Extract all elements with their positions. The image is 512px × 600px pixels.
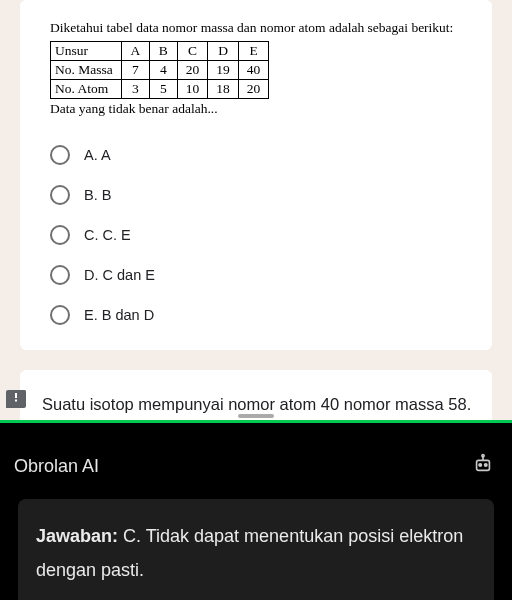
table-row: No. Atom 3 5 10 18 20 bbox=[51, 80, 269, 99]
svg-rect-1 bbox=[15, 400, 17, 402]
ai-chat-panel: Obrolan AI Jawaban: C. Tidak dapat menen… bbox=[0, 420, 512, 600]
drag-handle[interactable] bbox=[238, 414, 274, 418]
table-cell: 4 bbox=[149, 61, 177, 80]
data-table: Unsur A B C D E No. Massa 7 4 20 19 40 N… bbox=[50, 41, 269, 99]
svg-point-4 bbox=[485, 464, 487, 466]
table-cell: D bbox=[208, 42, 239, 61]
question-prompt: Diketahui tabel data nomor massa dan nom… bbox=[50, 20, 482, 36]
svg-rect-0 bbox=[15, 393, 17, 398]
table-cell: 3 bbox=[121, 80, 149, 99]
option-c[interactable]: C. C. E bbox=[30, 215, 482, 255]
option-a[interactable]: A. A bbox=[30, 135, 482, 175]
table-cell: 19 bbox=[208, 61, 239, 80]
table-cell: No. Massa bbox=[51, 61, 122, 80]
option-label: D. C dan E bbox=[84, 267, 155, 283]
option-d[interactable]: D. C dan E bbox=[30, 255, 482, 295]
ai-panel-title: Obrolan AI bbox=[14, 456, 99, 477]
table-cell: A bbox=[121, 42, 149, 61]
option-label: A. A bbox=[84, 147, 111, 163]
radio-icon bbox=[50, 265, 70, 285]
table-row: Unsur A B C D E bbox=[51, 42, 269, 61]
ai-panel-header: Obrolan AI bbox=[0, 423, 512, 493]
option-label: E. B dan D bbox=[84, 307, 154, 323]
table-row: No. Massa 7 4 20 19 40 bbox=[51, 61, 269, 80]
table-cell: 18 bbox=[208, 80, 239, 99]
table-cell: 20 bbox=[177, 61, 208, 80]
table-cell: C bbox=[177, 42, 208, 61]
table-cell: No. Atom bbox=[51, 80, 122, 99]
option-label: C. C. E bbox=[84, 227, 131, 243]
question-footer: Data yang tidak benar adalah... bbox=[50, 101, 482, 117]
table-cell: 40 bbox=[238, 61, 269, 80]
radio-icon bbox=[50, 225, 70, 245]
table-cell: 5 bbox=[149, 80, 177, 99]
table-cell: B bbox=[149, 42, 177, 61]
ai-answer-text: Jawaban: C. Tidak dapat menentukan posis… bbox=[36, 519, 476, 587]
ai-answer-card: Jawaban: C. Tidak dapat menentukan posis… bbox=[18, 499, 494, 600]
radio-icon bbox=[50, 185, 70, 205]
table-cell: E bbox=[238, 42, 269, 61]
radio-icon bbox=[50, 145, 70, 165]
table-cell: 20 bbox=[238, 80, 269, 99]
option-b[interactable]: B. B bbox=[30, 175, 482, 215]
radio-icon bbox=[50, 305, 70, 325]
table-cell: 10 bbox=[177, 80, 208, 99]
option-e[interactable]: E. B dan D bbox=[30, 295, 482, 335]
feedback-icon[interactable] bbox=[6, 390, 26, 408]
svg-point-3 bbox=[479, 464, 481, 466]
table-cell: 7 bbox=[121, 61, 149, 80]
table-cell: Unsur bbox=[51, 42, 122, 61]
question-card-1: Diketahui tabel data nomor massa dan nom… bbox=[20, 0, 492, 350]
robot-icon[interactable] bbox=[472, 453, 494, 479]
option-label: B. B bbox=[84, 187, 111, 203]
svg-point-6 bbox=[482, 455, 484, 457]
ai-answer-label: Jawaban: bbox=[36, 526, 118, 546]
